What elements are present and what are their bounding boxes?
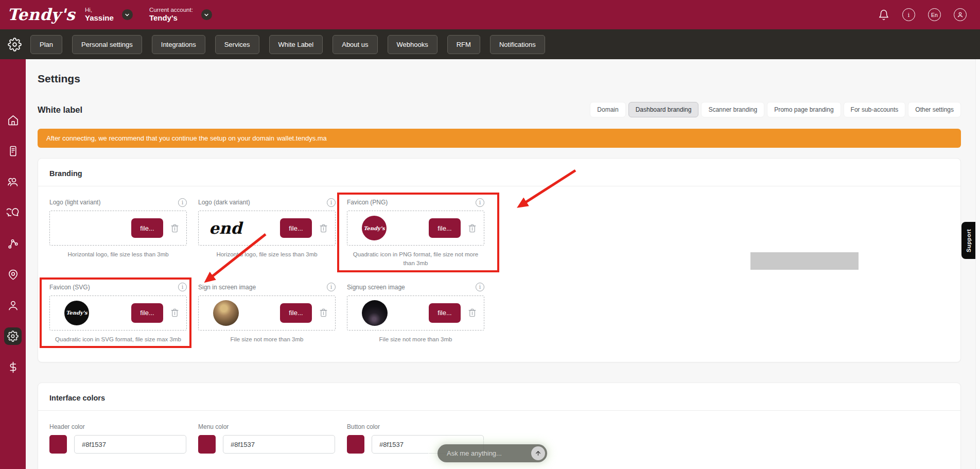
nav-about-us[interactable]: About us	[332, 35, 377, 54]
main-sidebar	[0, 59, 26, 469]
account-menu-toggle[interactable]	[201, 9, 212, 20]
file-upload-button[interactable]: file...	[131, 218, 163, 238]
upload-dropzone[interactable]: Tendy's file...	[347, 211, 484, 246]
info-icon[interactable]: i	[327, 283, 336, 291]
delete-file-button[interactable]	[170, 223, 180, 233]
chevron-down-icon	[204, 12, 209, 18]
trash-icon	[319, 223, 328, 233]
menu-color-input[interactable]	[223, 435, 335, 454]
nav-integrations[interactable]: Integrations	[152, 35, 205, 54]
file-upload-button[interactable]: file...	[131, 303, 163, 323]
upload-field-signin-image: Sign in screen image i file... File size…	[198, 283, 336, 344]
banner-text: After connecting, we recommend that you …	[46, 134, 274, 142]
sidebar-item-home[interactable]	[4, 111, 22, 129]
upload-dropzone[interactable]: file...	[49, 211, 187, 246]
tab-other-settings[interactable]: Other settings	[908, 102, 961, 117]
field-caption: Quadratic icon in PNG format, file size …	[347, 250, 484, 268]
upload-dropzone[interactable]: end file...	[198, 211, 336, 246]
placeholder-block	[750, 252, 859, 270]
brand-logo: Tendy's	[7, 7, 78, 23]
sidebar-item-integrations[interactable]	[4, 235, 22, 252]
trash-icon	[170, 308, 180, 318]
upload-field-favicon-svg: Favicon (SVG) i Tendy's file... Quadrati…	[49, 283, 187, 344]
delete-file-button[interactable]	[319, 308, 328, 318]
delete-file-button[interactable]	[467, 308, 477, 318]
nav-personal-settings[interactable]: Personal settings	[72, 35, 142, 54]
tab-dashboard-branding[interactable]: Dashboard branding	[628, 102, 699, 117]
nav-plan[interactable]: Plan	[30, 35, 62, 54]
greeting-label: Hi,	[85, 6, 114, 13]
assistant-input[interactable]	[446, 449, 531, 458]
user-icon	[7, 300, 19, 311]
upload-field-logo-dark: Logo (dark variant) i end file... Horizo…	[198, 198, 336, 268]
info-icon[interactable]: i	[178, 198, 187, 207]
user-greeting: Hi, Yassine	[85, 6, 114, 23]
upload-dropzone[interactable]: file...	[347, 296, 484, 331]
upload-field-signup-image: Signup screen image i file... File size …	[347, 283, 484, 344]
nav-webhooks[interactable]: Webhooks	[388, 35, 437, 54]
upload-dropzone[interactable]: file...	[198, 296, 336, 331]
delete-file-button[interactable]	[170, 308, 180, 318]
tab-domain[interactable]: Domain	[590, 102, 625, 117]
file-upload-button[interactable]: file...	[429, 218, 461, 238]
profile-icon[interactable]	[954, 8, 967, 21]
settings-gear-icon[interactable]	[8, 38, 22, 51]
interface-colors-title: Interface colors	[38, 383, 960, 410]
info-icon[interactable]: i	[178, 283, 187, 291]
menu-color-field: Menu color	[198, 423, 336, 454]
sidebar-item-customers[interactable]	[4, 173, 22, 190]
field-caption: Quadratic icon in SVG format, file size …	[49, 335, 187, 344]
sidebar-item-settings[interactable]	[4, 327, 22, 345]
info-icon[interactable]: i	[902, 8, 915, 21]
file-upload-button[interactable]: file...	[280, 303, 312, 323]
section-heading: White label	[38, 105, 82, 115]
sidebar-item-terminal[interactable]	[4, 142, 22, 160]
color-swatch[interactable]	[49, 435, 67, 454]
trash-icon	[319, 308, 328, 318]
tab-for-sub-accounts[interactable]: For sub-accounts	[844, 102, 906, 117]
page-title: Settings	[38, 73, 80, 85]
nav-services[interactable]: Services	[215, 35, 259, 54]
scrollbar-track[interactable]	[975, 59, 980, 469]
bell-icon[interactable]	[878, 9, 889, 21]
home-icon	[7, 114, 19, 126]
sidebar-item-payments[interactable]	[4, 358, 22, 376]
field-label: Logo (dark variant)	[198, 199, 250, 206]
map-pin-icon	[7, 269, 19, 281]
branch-icon	[7, 238, 19, 250]
nav-rfm[interactable]: RFM	[447, 35, 480, 54]
dark-logo-thumbnail: end	[209, 220, 242, 236]
upload-dropzone[interactable]: Tendy's file...	[49, 296, 187, 331]
banner-domain-link[interactable]: wallet.tendys.ma	[277, 134, 327, 142]
favicon-png-thumbnail: Tendy's	[362, 216, 387, 240]
tab-scanner-branding[interactable]: Scanner branding	[701, 102, 764, 117]
terminal-icon	[7, 145, 19, 157]
delete-file-button[interactable]	[467, 223, 477, 233]
user-menu-toggle[interactable]	[122, 9, 133, 20]
favicon-svg-thumbnail: Tendy's	[64, 301, 89, 325]
info-icon[interactable]: i	[327, 198, 336, 207]
sidebar-item-account[interactable]	[4, 297, 22, 314]
support-tab[interactable]: Support	[961, 222, 975, 259]
field-label: Signup screen image	[347, 284, 405, 291]
tab-promo-page-branding[interactable]: Promo page branding	[767, 102, 841, 117]
nav-white-label[interactable]: White Label	[269, 35, 323, 54]
color-swatch[interactable]	[198, 435, 216, 454]
header-color-input[interactable]	[74, 435, 186, 454]
settings-navbar: Plan Personal settings Integrations Serv…	[0, 29, 980, 59]
header-actions: i En	[878, 8, 967, 21]
assistant-send-button[interactable]	[531, 446, 545, 460]
upload-field-favicon-png: Favicon (PNG) i Tendy's file... Quadrati…	[347, 198, 484, 268]
nav-notifications[interactable]: Notifications	[490, 35, 545, 54]
user-name: Yassine	[85, 13, 114, 23]
sidebar-item-messages[interactable]	[4, 204, 22, 221]
info-icon[interactable]: i	[476, 198, 484, 207]
sidebar-item-locations[interactable]	[4, 266, 22, 283]
delete-file-button[interactable]	[319, 223, 328, 233]
file-upload-button[interactable]: file...	[429, 303, 461, 323]
color-swatch[interactable]	[347, 435, 364, 454]
field-label: Favicon (PNG)	[347, 199, 388, 206]
file-upload-button[interactable]: file...	[280, 218, 312, 238]
info-icon[interactable]: i	[476, 283, 484, 291]
language-selector[interactable]: En	[928, 8, 941, 21]
